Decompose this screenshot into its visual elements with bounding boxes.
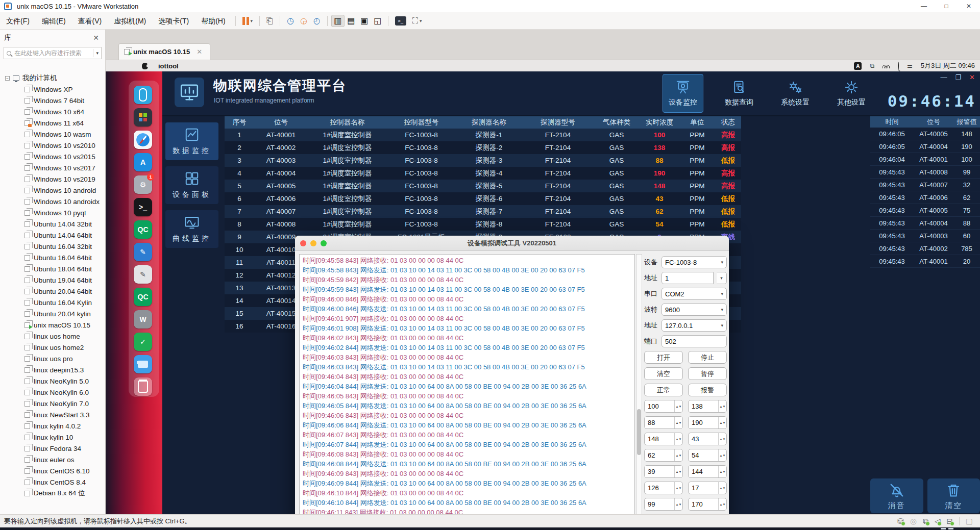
alarm-row[interactable]: 09:45:43 AT-40004 88	[870, 217, 980, 230]
vm-list-item[interactable]: linux uos home	[0, 331, 105, 342]
alarm-row[interactable]: 09:45:43 AT-40003 60	[870, 230, 980, 242]
fullscreen-button[interactable]: ▣	[358, 15, 371, 27]
trash-icon[interactable]	[134, 377, 152, 396]
device-table-row[interactable]: 8 AT-40008 1#调度室控制器 FC-1003-8 探测器-8 FT-2…	[225, 218, 741, 231]
device-table-row[interactable]: 3 AT-40003 1#调度室控制器 FC-1003-8 探测器-3 FT-2…	[225, 154, 741, 167]
field-value[interactable]: 1 ▾	[662, 272, 714, 284]
vm-list-item[interactable]: Windows 10 vs2019	[0, 173, 105, 185]
zoom-traffic-light[interactable]	[321, 240, 327, 246]
field-value[interactable]: 127.0.0.1 ▾	[662, 319, 727, 332]
toggle-library-button[interactable]: ▥	[331, 15, 345, 27]
minimize-traffic-light[interactable]	[310, 240, 316, 246]
menubar-app-name[interactable]: iottool	[158, 62, 179, 70]
vm-list-item[interactable]: Windows 10 x64	[0, 106, 105, 117]
menu-tabs[interactable]: 选项卡(T)	[152, 12, 195, 30]
vm-list-item[interactable]: Ubuntu 19.04 64bit	[0, 274, 105, 286]
log-scrollbar[interactable]	[636, 254, 642, 514]
library-search-input[interactable]: 在此处键入内容进行搜索 ▾	[4, 47, 102, 59]
safari-icon[interactable]	[134, 131, 152, 149]
control-center-icon[interactable]: ⚌	[907, 62, 913, 69]
hard-disk-device-icon[interactable]: ⛁	[897, 517, 904, 525]
stepper-arrows-icon[interactable]: ▲▼	[718, 466, 726, 477]
alarm-row[interactable]: 09:45:43 AT-40007 32	[870, 179, 980, 191]
dialog-action-button[interactable]: 报警	[688, 384, 727, 396]
sound-device-icon[interactable]: ◁	[935, 517, 941, 525]
stepper-arrows-icon[interactable]: ▲▼	[674, 466, 682, 477]
field-value[interactable]: COM2 ▾	[662, 288, 727, 300]
mouse-icon[interactable]	[134, 86, 152, 104]
stepper-arrows-icon[interactable]: ▲▼	[718, 417, 726, 428]
input-method-icon[interactable]: A	[854, 62, 862, 70]
menu-edit[interactable]: 编辑(E)	[36, 12, 72, 30]
vm-list-item[interactable]: Windows 11 x64	[0, 117, 105, 129]
tree-root-my-computer[interactable]: − 我的计算机	[0, 72, 105, 84]
vm-list-item[interactable]: Windows 10 android	[0, 185, 105, 196]
device-table-row[interactable]: 1 AT-40001 1#调度室控制器 FC-1003-8 探测器-1 FT-2…	[225, 129, 741, 141]
vm-list-item[interactable]: Ubuntu 20.04 64bit	[0, 286, 105, 297]
vm-list-item[interactable]: linux deepin15.3	[0, 364, 105, 375]
vm-list-item[interactable]: linux CentOS 8.4	[0, 476, 105, 488]
value-stepper[interactable]: 54▲▼	[688, 449, 727, 462]
launchpad-icon[interactable]	[134, 108, 152, 127]
qc-icon[interactable]: QC	[134, 220, 152, 239]
network-device-icon[interactable]: ⧉	[923, 517, 928, 525]
alarm-row[interactable]: 09:46:05 AT-40005 148	[870, 128, 980, 140]
vm-list-item[interactable]: linux NeoKylin 5.0	[0, 375, 105, 387]
vm-list-item[interactable]: Ubuntu 16.04 32bit	[0, 241, 105, 252]
marker-blue-icon[interactable]: ✎	[134, 243, 152, 261]
preferences-icon[interactable]: ⚙ 1	[134, 175, 152, 194]
terminal-icon[interactable]: >_	[134, 198, 152, 216]
vm-list-item[interactable]: linux CentOS 6.10	[0, 465, 105, 476]
stepper-arrows-icon[interactable]: ▲▼	[674, 498, 682, 510]
mission-control-icon[interactable]: ⧉	[870, 62, 874, 69]
vm-list-item[interactable]: Ubuntu 14.04 32bit	[0, 218, 105, 230]
value-stepper[interactable]: 88▲▼	[644, 416, 683, 429]
host-restore-button[interactable]: □	[935, 0, 958, 12]
device-table-row[interactable]: 7 AT-40007 1#调度室控制器 FC-1003-8 探测器-7 FT-2…	[225, 205, 741, 218]
vm-list-item[interactable]: Ubuntu 18.04 64bit	[0, 263, 105, 274]
alarm-row[interactable]: 09:45:43 AT-40001 20	[870, 255, 980, 268]
menu-file[interactable]: 文件(F)	[0, 12, 36, 30]
field-value[interactable]: 502 ▾	[662, 335, 727, 347]
vm-list-item[interactable]: linux uos home2	[0, 342, 105, 353]
value-stepper[interactable]: 99▲▼	[644, 498, 683, 511]
wifi-icon[interactable]	[883, 63, 890, 68]
stepper-arrows-icon[interactable]: ▲▼	[718, 498, 726, 510]
vm-list-item[interactable]: linux uos pro	[0, 353, 105, 364]
combo-dropdown-button[interactable]: ▾	[717, 272, 727, 284]
app-restore-button[interactable]: ❐	[955, 73, 961, 81]
value-stepper[interactable]: 39▲▼	[644, 465, 683, 478]
value-stepper[interactable]: 170▲▼	[688, 498, 727, 511]
value-stepper[interactable]: 138▲▼	[688, 400, 727, 413]
vm-list-item[interactable]: linux NewStart 3.3	[0, 409, 105, 420]
host-minimize-button[interactable]: —	[913, 0, 935, 12]
spotlight-search-icon[interactable]	[898, 62, 899, 69]
alarm-row[interactable]: 09:45:43 AT-40002 785	[870, 242, 980, 255]
header-button-data-query[interactable]: 数据查询	[719, 74, 760, 113]
stepper-arrows-icon[interactable]: ▲▼	[674, 482, 682, 494]
header-button-other-settings[interactable]: 其他设置	[831, 74, 872, 113]
vm-list-item[interactable]: linux NeoKylin 6.0	[0, 387, 105, 398]
nav-data-monitor[interactable]: 数据监控	[165, 122, 218, 160]
dialog-action-button[interactable]: 打开	[644, 351, 683, 364]
alarm-row[interactable]: 09:45:43 AT-40006 62	[870, 191, 980, 204]
field-value[interactable]: 9600 ▾	[662, 304, 727, 316]
stepper-arrows-icon[interactable]: ▲▼	[718, 400, 726, 412]
menu-help[interactable]: 帮助(H)	[195, 12, 231, 30]
value-stepper[interactable]: 43▲▼	[688, 433, 727, 445]
chevron-down-icon[interactable]: ▾	[251, 18, 253, 23]
vm-list-item[interactable]: Windows 10 pyqt	[0, 207, 105, 218]
message-log-icon[interactable]: ▢	[966, 517, 973, 525]
dialog-action-button[interactable]: 清空	[644, 367, 683, 380]
vm-list-item[interactable]: Windows 10 androidx	[0, 196, 105, 207]
alarm-row[interactable]: 09:45:43 AT-40008 99	[870, 166, 980, 179]
vm-list-item[interactable]: Windows 10 wasm	[0, 129, 105, 140]
value-stepper[interactable]: 17▲▼	[688, 482, 727, 494]
nav-device-panel[interactable]: 设备面板	[165, 166, 218, 204]
cd-device-icon[interactable]: ◎	[910, 517, 917, 525]
device-table-row[interactable]: 5 AT-40005 1#调度室控制器 FC-1003-8 探测器-5 FT-2…	[225, 180, 741, 192]
menu-vm[interactable]: 虚拟机(M)	[108, 12, 152, 30]
vm-list-item[interactable]: Ubuntu 20.04 kylin	[0, 308, 105, 319]
mute-button[interactable]: 消音	[870, 478, 923, 513]
app-minimize-button[interactable]: —	[940, 73, 947, 81]
